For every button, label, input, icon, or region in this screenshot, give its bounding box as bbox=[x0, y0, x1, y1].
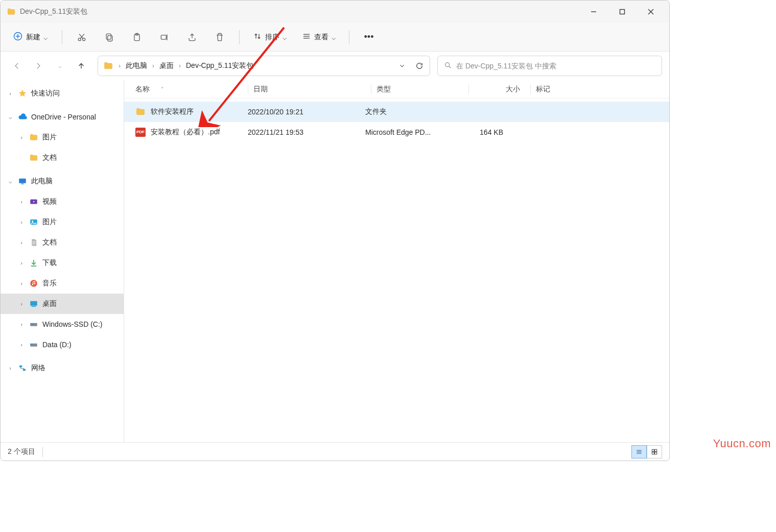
sidebar-item-od-pictures[interactable]: › 图片 bbox=[1, 127, 124, 148]
sidebar-label: 图片 bbox=[42, 133, 57, 142]
view-thumbnails-button[interactable] bbox=[647, 445, 662, 458]
chevron-right-icon: › bbox=[18, 199, 25, 205]
sidebar-label: 快速访问 bbox=[31, 89, 60, 98]
svg-rect-23 bbox=[21, 184, 24, 185]
forward-button[interactable] bbox=[29, 57, 48, 75]
cut-button[interactable] bbox=[72, 27, 92, 47]
history-chevron-button[interactable] bbox=[395, 59, 409, 73]
chevron-right-icon: › bbox=[18, 321, 25, 327]
rename-button[interactable] bbox=[154, 27, 175, 47]
sidebar-item-this-pc[interactable]: ⌵ 此电脑 bbox=[1, 171, 124, 191]
share-button[interactable] bbox=[182, 27, 202, 47]
download-icon bbox=[29, 258, 38, 268]
document-icon bbox=[29, 238, 38, 247]
copy-button[interactable] bbox=[99, 27, 120, 47]
toolbar: 新建 ⌵ 排序 ⌵ 查看 ⌵ ••• bbox=[1, 23, 669, 52]
up-button[interactable] bbox=[72, 57, 90, 75]
close-button[interactable] bbox=[637, 2, 665, 21]
watermark: Yuucn.com bbox=[713, 437, 771, 450]
back-button[interactable] bbox=[8, 57, 26, 75]
music-icon bbox=[29, 279, 38, 288]
sidebar-label: 桌面 bbox=[42, 299, 57, 308]
sidebar-item-pictures[interactable]: › 图片 bbox=[1, 212, 124, 232]
sidebar-item-downloads[interactable]: › 下载 bbox=[1, 253, 124, 273]
breadcrumb-item[interactable]: Dev-Cpp_5.11安装包 bbox=[186, 61, 253, 70]
search-input[interactable] bbox=[456, 62, 655, 70]
search-bar[interactable] bbox=[437, 56, 662, 76]
recent-button[interactable]: ⌵ bbox=[51, 57, 69, 75]
sort-icon bbox=[253, 32, 262, 42]
chevron-right-icon: › bbox=[7, 365, 14, 371]
sidebar-item-drive-d[interactable]: › Data (D:) bbox=[1, 334, 124, 355]
sidebar-label: 文档 bbox=[42, 238, 57, 247]
column-date[interactable]: 日期 bbox=[253, 85, 371, 94]
search-icon bbox=[444, 61, 452, 71]
minimize-button[interactable] bbox=[579, 2, 608, 21]
svg-point-32 bbox=[30, 280, 37, 287]
folder-icon bbox=[103, 61, 113, 71]
sidebar-label: 视频 bbox=[42, 197, 57, 206]
svg-rect-36 bbox=[32, 306, 36, 307]
sidebar-item-onedrive[interactable]: ⌵ OneDrive - Personal bbox=[1, 107, 124, 127]
column-header: 名称˄ 日期 类型 大小 标记 bbox=[124, 80, 669, 99]
svg-rect-40 bbox=[30, 344, 33, 345]
chevron-right-icon: › bbox=[18, 239, 25, 246]
sidebar-item-videos[interactable]: › 视频 bbox=[1, 191, 124, 212]
view-button[interactable]: 查看 ⌵ bbox=[298, 29, 340, 45]
new-button[interactable]: 新建 ⌵ bbox=[8, 28, 53, 46]
file-name: 安装教程（必看）.pdf bbox=[151, 128, 220, 137]
svg-rect-1 bbox=[620, 10, 625, 14]
sidebar-item-network[interactable]: › 网络 bbox=[1, 358, 124, 378]
more-button[interactable]: ••• bbox=[359, 27, 379, 47]
svg-rect-47 bbox=[655, 449, 657, 451]
svg-rect-11 bbox=[108, 35, 112, 41]
svg-point-27 bbox=[32, 221, 33, 222]
svg-point-34 bbox=[34, 283, 35, 284]
sidebar-item-documents[interactable]: › 文档 bbox=[1, 232, 124, 253]
breadcrumb-item[interactable]: 桌面› bbox=[159, 61, 181, 70]
sidebar-label: OneDrive - Personal bbox=[31, 113, 96, 121]
sidebar-label: Windows-SSD (C:) bbox=[42, 320, 102, 328]
file-row[interactable]: PDF 安装教程（必看）.pdf 2022/11/21 19:53 Micros… bbox=[124, 122, 669, 142]
column-name[interactable]: 名称˄ bbox=[135, 85, 248, 94]
file-row[interactable]: 软件安装程序 2022/10/20 19:21 文件夹 bbox=[124, 102, 669, 122]
maximize-button[interactable] bbox=[608, 2, 637, 21]
window-controls bbox=[579, 2, 665, 21]
plus-circle-icon bbox=[13, 31, 23, 43]
chevron-right-icon: › bbox=[18, 134, 25, 140]
sidebar-item-music[interactable]: › 音乐 bbox=[1, 273, 124, 294]
chevron-right-icon: › bbox=[18, 280, 25, 286]
sort-button[interactable]: 排序 ⌵ bbox=[249, 29, 291, 45]
chevron-right-icon: › bbox=[119, 62, 121, 69]
sidebar-item-desktop[interactable]: › 桌面 bbox=[1, 294, 124, 314]
sidebar-item-quick-access[interactable]: › 快速访问 bbox=[1, 83, 124, 104]
view-label: 查看 bbox=[314, 33, 328, 42]
video-icon bbox=[29, 197, 38, 206]
separator bbox=[239, 30, 240, 44]
refresh-button[interactable] bbox=[412, 59, 427, 73]
sort-asc-icon: ˄ bbox=[161, 86, 163, 92]
chevron-down-icon: ⌵ bbox=[7, 114, 14, 120]
sidebar-item-drive-c[interactable]: › Windows-SSD (C:) bbox=[1, 314, 124, 334]
column-tag[interactable]: 标记 bbox=[536, 85, 669, 94]
column-type[interactable]: 类型 bbox=[377, 85, 468, 94]
status-bar: 2 个项目 bbox=[1, 442, 669, 461]
cloud-icon bbox=[18, 112, 27, 122]
view-details-button[interactable] bbox=[631, 445, 647, 458]
sidebar: › 快速访问 ⌵ OneDrive - Personal › 图片 文档 bbox=[1, 80, 124, 442]
sidebar-label: 图片 bbox=[42, 217, 57, 227]
sidebar-label: 文档 bbox=[42, 153, 57, 162]
paste-button[interactable] bbox=[127, 27, 147, 47]
svg-rect-35 bbox=[30, 301, 37, 306]
sidebar-item-od-docs[interactable]: 文档 bbox=[1, 148, 124, 168]
column-size[interactable]: 大小 bbox=[474, 85, 530, 94]
delete-button[interactable] bbox=[209, 27, 230, 47]
address-bar[interactable]: › 此电脑› 桌面› Dev-Cpp_5.11安装包 bbox=[98, 56, 430, 76]
picture-icon bbox=[29, 217, 38, 227]
chevron-right-icon: › bbox=[18, 219, 25, 225]
sidebar-label: 此电脑 bbox=[31, 177, 53, 186]
svg-rect-41 bbox=[19, 366, 22, 368]
chevron-down-icon: ⌵ bbox=[43, 33, 48, 41]
view-icon bbox=[302, 32, 311, 42]
breadcrumb-item[interactable]: 此电脑› bbox=[126, 61, 154, 70]
